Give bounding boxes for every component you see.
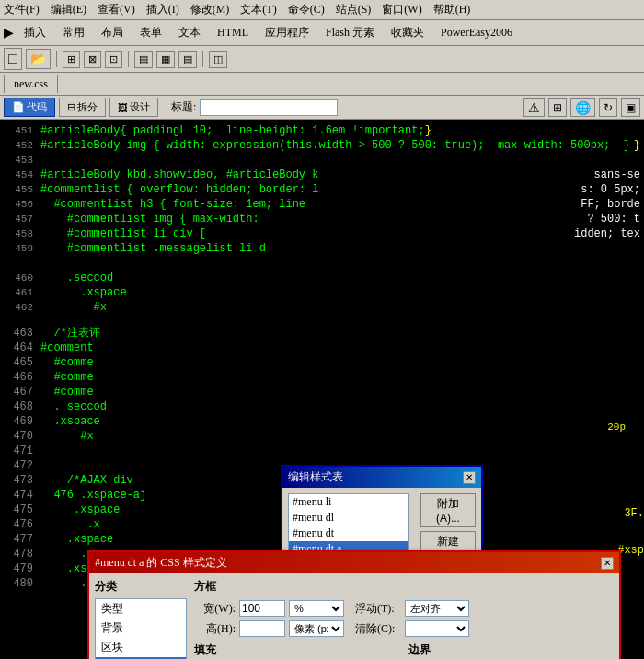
sep3 bbox=[202, 51, 203, 67]
tab-split-label: 拆分 bbox=[77, 100, 98, 114]
toolbar-pe[interactable]: PowerEasy2006 bbox=[434, 23, 519, 42]
cat-bg[interactable]: 背景 bbox=[96, 619, 186, 638]
menu-view[interactable]: 查看(V) bbox=[98, 2, 135, 17]
border-header: 边界 bbox=[408, 642, 614, 658]
css-body: 分类 类型 背景 区块 方框 边框 列表 定位 扩展 方框 宽(W): bbox=[89, 573, 619, 659]
file-tab-newcss[interactable]: new.css bbox=[4, 75, 58, 93]
code-editor[interactable]: 451 #articleBody{ paddingL 10; line-heig… bbox=[0, 120, 644, 267]
grid-btn[interactable]: ⊞ bbox=[63, 51, 80, 68]
cat-type[interactable]: 类型 bbox=[96, 599, 186, 619]
menu-text[interactable]: 文本(T) bbox=[240, 2, 276, 17]
dialog-editstyle-title-text: 编辑样式表 bbox=[288, 469, 343, 485]
attach-btn[interactable]: 附加(A)... bbox=[420, 493, 476, 527]
height-label: 高(H): bbox=[194, 621, 236, 637]
title-label: 标题: bbox=[171, 99, 196, 115]
tab-code[interactable]: 📄 代码 bbox=[4, 98, 55, 117]
width-input[interactable] bbox=[239, 600, 285, 617]
design-icon: 🖼 bbox=[118, 102, 128, 113]
css-category: 分类 类型 背景 区块 方框 边框 列表 定位 扩展 bbox=[95, 579, 187, 659]
toolbar-form[interactable]: 表单 bbox=[133, 22, 168, 43]
toolbar-insert[interactable]: 插入 bbox=[17, 22, 52, 43]
menu-site[interactable]: 站点(S) bbox=[336, 2, 372, 17]
tool-btn6[interactable]: ▤ bbox=[178, 51, 197, 68]
panel-btn[interactable]: ▣ bbox=[621, 98, 640, 117]
style-item-2[interactable]: #menu dt bbox=[289, 526, 408, 541]
style-item-0[interactable]: #menu li bbox=[289, 494, 408, 510]
toolbar-common[interactable]: 常用 bbox=[56, 22, 91, 43]
toolbar-flash[interactable]: Flash 元素 bbox=[319, 22, 381, 43]
code-line-457: 457 #commentlist img { max-width: ? 500:… bbox=[4, 212, 640, 226]
height-unit-select[interactable]: 像素 (px) % em bbox=[289, 620, 344, 637]
tab-design[interactable]: 🖼 设计 bbox=[109, 98, 158, 117]
open-btn[interactable]: 📂 bbox=[26, 49, 51, 69]
warn-btn[interactable]: ⚠ bbox=[523, 98, 545, 117]
code-line-451: 451 #articleBody{ paddingL 10; line-heig… bbox=[4, 123, 640, 138]
code-line-452: 452 #articleBody img { width: expression… bbox=[4, 138, 640, 153]
code-line-455: 455 #commentlist { overflow: hidden; bor… bbox=[4, 182, 640, 197]
code-line-453: 453 bbox=[4, 153, 640, 168]
menu-modify[interactable]: 修改(M) bbox=[190, 2, 230, 17]
split-icon: ⊟ bbox=[67, 101, 75, 113]
border-title: 边界 bbox=[408, 642, 431, 658]
css-section-title: 方框 bbox=[194, 579, 614, 595]
debug-btn[interactable]: ⊞ bbox=[548, 98, 567, 117]
dialogs-area: 463 /*注表评 464#comment 465 #comme 466 #co… bbox=[0, 322, 644, 659]
height-input[interactable] bbox=[239, 620, 285, 637]
sep1 bbox=[56, 51, 57, 67]
menu-window[interactable]: 窗口(W) bbox=[382, 2, 421, 17]
title-input[interactable] bbox=[200, 99, 338, 116]
css-category-label: 分类 bbox=[95, 579, 187, 595]
css-category-list[interactable]: 类型 背景 区块 方框 边框 列表 定位 扩展 bbox=[95, 598, 187, 659]
menu-command[interactable]: 命令(C) bbox=[288, 2, 325, 17]
width-row: 宽(W): % px em pt 浮动(T): 左对齐 右对齐 无 bbox=[194, 600, 614, 617]
width-unit-select[interactable]: % px em pt bbox=[289, 600, 344, 617]
dialog-editstyle-close[interactable]: ✕ bbox=[463, 471, 476, 484]
file-tab-row: new.css bbox=[0, 73, 644, 96]
style-item-1[interactable]: #menu dl bbox=[289, 510, 408, 526]
code-line-456: 456 #commentlist h3 { font-size: 1em; li… bbox=[4, 197, 640, 212]
border-section: 边界 全部相同(A) 上(D): 像素(px) bbox=[408, 642, 614, 659]
tool-btn5[interactable]: ▦ bbox=[156, 51, 175, 68]
tool-btn2[interactable]: ⊠ bbox=[84, 51, 101, 68]
tool-btn4[interactable]: ▤ bbox=[134, 51, 153, 68]
clear-label: 清除(C): bbox=[355, 621, 401, 637]
toolbar-layout[interactable]: 布局 bbox=[95, 22, 130, 43]
tab-design-label: 设计 bbox=[130, 100, 150, 114]
toolbar-fav[interactable]: 收藏夹 bbox=[385, 22, 431, 43]
refresh-btn[interactable]: ↻ bbox=[599, 98, 617, 117]
toolbar-app[interactable]: 应用程序 bbox=[259, 22, 316, 43]
menu-file[interactable]: 文件(F) bbox=[4, 2, 40, 17]
code-editor-lower[interactable]: 460 .seccod 461 .xspace 462 #x bbox=[0, 267, 644, 322]
toolbar2: □ 📂 ⊞ ⊠ ⊡ ▤ ▦ ▤ ◫ bbox=[0, 46, 644, 73]
fill-header: 填充 bbox=[194, 642, 399, 658]
menubar: 文件(F) 编辑(E) 查看(V) 插入(I) 修改(M) 文本(T) 命令(C… bbox=[0, 0, 644, 20]
icon-arrow: ▶ bbox=[4, 25, 14, 40]
toolbar-text[interactable]: 文本 bbox=[172, 22, 207, 43]
cat-block[interactable]: 区块 bbox=[96, 638, 186, 657]
menu-help[interactable]: 帮助(H) bbox=[433, 2, 471, 17]
fill-title: 填充 bbox=[194, 642, 216, 658]
dialog-css-close[interactable]: ✕ bbox=[601, 557, 614, 570]
width-label: 宽(W): bbox=[194, 601, 236, 617]
dialog-css: #menu dt a 的 CSS 样式定义 ✕ 分类 类型 背景 区块 方框 边… bbox=[87, 550, 621, 659]
editor-toolbar: 📄 代码 ⊟ 拆分 🖼 设计 标题: ⚠ ⊞ 🌐 ↻ ▣ bbox=[0, 96, 644, 120]
clear-select[interactable]: 左 右 两者 bbox=[405, 620, 469, 637]
globe-btn[interactable]: 🌐 bbox=[570, 98, 595, 117]
new-btn[interactable]: □ bbox=[4, 48, 22, 70]
code-line-458: 458 #commentlist li div [ idden; tex bbox=[4, 226, 640, 241]
dialog-css-title[interactable]: #menu dt a 的 CSS 样式定义 ✕ bbox=[89, 552, 619, 573]
height-row: 高(H): 像素 (px) % em 清除(C): 左 右 两者 bbox=[194, 620, 614, 637]
toolbar1: ▶ 插入 常用 布局 表单 文本 HTML 应用程序 Flash 元素 收藏夹 … bbox=[0, 20, 644, 46]
css-right-panel: 方框 宽(W): % px em pt 浮动(T): 左对齐 右对齐 bbox=[194, 579, 614, 659]
dialog-css-title-text: #menu dt a 的 CSS 样式定义 bbox=[95, 555, 227, 571]
dialog-editstyle-title[interactable]: 编辑样式表 ✕ bbox=[282, 467, 481, 488]
toolbar-html[interactable]: HTML bbox=[211, 23, 255, 42]
code-line-459: 459 #commentlist .messagelist li d bbox=[4, 241, 640, 256]
tool-btn3[interactable]: ⊡ bbox=[105, 51, 122, 68]
menu-edit[interactable]: 编辑(E) bbox=[51, 2, 86, 17]
float-select[interactable]: 左对齐 右对齐 无 bbox=[405, 600, 469, 617]
tab-code-label: 代码 bbox=[27, 100, 47, 114]
tool-btn7[interactable]: ◫ bbox=[209, 51, 227, 68]
menu-insert[interactable]: 插入(I) bbox=[146, 2, 179, 17]
tab-split[interactable]: ⊟ 拆分 bbox=[59, 98, 106, 117]
